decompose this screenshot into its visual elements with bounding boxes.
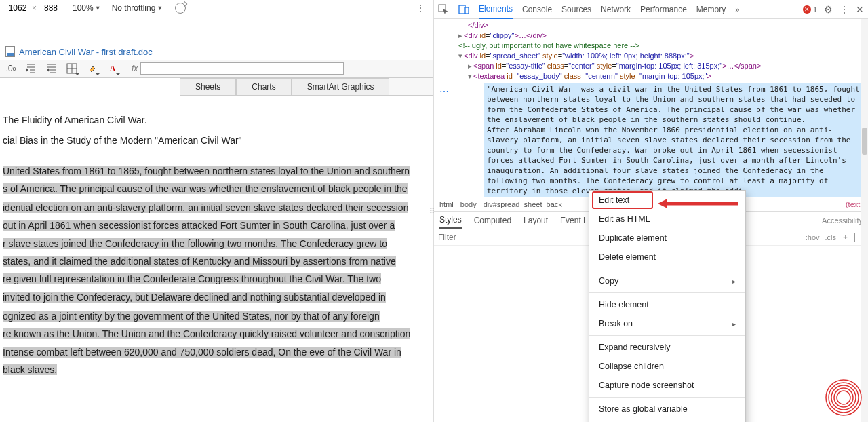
zoom-dropdown[interactable]: 100% ▼	[68, 3, 105, 13]
doc-heading-2: cial Bias in the Study of the Modern "Am…	[3, 134, 431, 147]
more-tabs-icon[interactable]: »	[735, 5, 739, 14]
new-style-icon[interactable]: ＋	[842, 232, 849, 242]
chevron-right-icon: ▸	[732, 277, 736, 285]
decimal-decrease-icon[interactable]: .00	[4, 62, 18, 75]
document-filename: American Civil War - first draft.doc	[19, 47, 153, 57]
elements-tree[interactable]: ⋯ </div> ▸<div id="clippy">…</div> <!-- …	[434, 19, 868, 197]
crumb-body[interactable]: body	[459, 200, 478, 208]
throttle-value: No throttling	[112, 3, 156, 13]
ctx-expand[interactable]: Expand recursively	[589, 338, 745, 357]
gear-icon[interactable]: ⚙	[824, 4, 833, 15]
annotation-arrow-icon	[658, 197, 739, 213]
dom-node[interactable]: </div>	[468, 21, 488, 29]
selected-text: states, and it claimed the additional st…	[3, 256, 396, 267]
selected-text: out in April 1861 when secessionist forc…	[3, 220, 395, 231]
document-viewport: American Civil War - first draft.doc .00…	[0, 16, 433, 422]
document-body[interactable]: The Fluidity of American Civil War. cial…	[0, 96, 433, 383]
tab-styles[interactable]: Styles	[439, 212, 462, 229]
hov-toggle[interactable]: :hov	[806, 233, 820, 242]
ctx-capture[interactable]: Capture node screenshot	[589, 376, 745, 395]
pane-resize-handle[interactable]: ⠿	[429, 207, 433, 216]
tab-elements[interactable]: Elements	[479, 0, 513, 19]
scrollbar[interactable]	[861, 19, 868, 422]
svg-point-12	[837, 391, 850, 404]
kebab-icon[interactable]: ⋮	[410, 3, 431, 14]
selected-text: re given full representation in the Conf…	[3, 273, 381, 284]
dom-comment[interactable]: <!-- ugly, but important to not have whi…	[458, 41, 639, 50]
tab-layout[interactable]: Layout	[524, 213, 548, 228]
formula-input[interactable]	[140, 62, 344, 75]
ctx-copy[interactable]: Copy▸	[589, 271, 745, 290]
zoom-value: 100%	[73, 3, 94, 13]
device-toolbar: × 100% ▼ No throttling ▼ ⋮	[0, 0, 433, 16]
close-icon[interactable]: ✕	[856, 4, 864, 15]
insert-tabs: Sheets Charts SmartArt Graphics	[180, 78, 433, 96]
outdent-icon[interactable]	[24, 62, 38, 75]
ctx-duplicate[interactable]: Duplicate element	[589, 229, 745, 248]
viewport-pane: × 100% ▼ No throttling ▼ ⋮ American Civi…	[0, 0, 434, 422]
line-marker-icon: ⋯	[439, 87, 450, 97]
context-menu: Edit text Edit as HTML Duplicate element…	[589, 190, 746, 422]
styles-filter-input[interactable]	[438, 233, 574, 242]
tab-charts[interactable]: Charts	[236, 78, 291, 95]
ctx-hide[interactable]: Hide element	[589, 295, 745, 314]
doc-heading-1: The Fluidity of American Civil War.	[3, 113, 431, 127]
selected-text: re known as the Union. The Union and the…	[3, 328, 410, 339]
rotate-icon[interactable]	[175, 3, 186, 14]
textarea-content[interactable]: "American Civil War was a civil war in t…	[484, 83, 864, 197]
ctx-collapse[interactable]: Collapse children	[589, 357, 745, 376]
tab-smartart[interactable]: SmartArt Graphics	[292, 78, 390, 95]
tab-performance[interactable]: Performance	[640, 1, 687, 18]
device-toggle-icon[interactable]	[458, 4, 469, 15]
format-toolbar: .00 A fx	[0, 60, 433, 78]
scrollbar-thumb[interactable]	[862, 128, 867, 155]
brand-logo-icon	[825, 379, 863, 417]
selected-text: idential election on an anti-slavery pla…	[3, 202, 408, 213]
throttle-dropdown[interactable]: No throttling ▼	[108, 3, 167, 13]
kebab-icon[interactable]: ⋮	[840, 4, 849, 15]
devtools-tabs: Elements Console Sources Network Perform…	[434, 0, 868, 19]
selected-text: black slaves.	[3, 364, 57, 375]
selected-text: s of America. The principal cause of the…	[3, 183, 408, 194]
fx-label: fx	[132, 64, 138, 73]
tab-console[interactable]: Console	[522, 1, 552, 18]
tab-event[interactable]: Event L	[560, 213, 588, 228]
crumb-div[interactable]: div#spread_sheet_back	[482, 200, 564, 208]
inspect-icon[interactable]	[438, 4, 449, 15]
tab-memory[interactable]: Memory	[696, 1, 726, 18]
tab-computed[interactable]: Computed	[474, 213, 511, 228]
document-icon	[5, 46, 15, 57]
tab-sources[interactable]: Sources	[561, 1, 591, 18]
font-color-icon[interactable]: A	[106, 62, 119, 75]
ctx-store[interactable]: Store as global variable	[589, 400, 745, 419]
svg-point-9	[829, 383, 859, 413]
width-input[interactable]	[5, 3, 30, 13]
dim-separator: ×	[32, 3, 37, 13]
selected-text: invited to join the Confederacy, but Del…	[3, 292, 386, 303]
cls-toggle[interactable]: .cls	[825, 233, 837, 242]
selected-text: Intense combat left between 620,000 and …	[3, 347, 401, 358]
chevron-down-icon: ▼	[157, 5, 163, 12]
svg-point-10	[831, 385, 856, 410]
selected-text: United States from 1861 to 1865, fought …	[3, 166, 410, 176]
height-input[interactable]	[39, 3, 63, 13]
fill-color-icon[interactable]	[85, 62, 99, 75]
crumb-html[interactable]: html	[438, 200, 455, 208]
ctx-delete[interactable]: Delete element	[589, 248, 745, 267]
borders-icon[interactable]	[65, 62, 79, 75]
indent-icon[interactable]	[45, 62, 58, 75]
ctx-break-on[interactable]: Break on▸	[589, 314, 745, 333]
selected-text: r slave states joined the Confederacy in…	[3, 238, 387, 249]
error-badge[interactable]: ✕1	[803, 5, 817, 14]
svg-marker-7	[658, 199, 667, 208]
selected-text: ognized as a joint entity by the governm…	[3, 311, 380, 322]
chevron-right-icon: ▸	[732, 320, 736, 328]
tab-network[interactable]: Network	[601, 1, 631, 18]
tab-accessibility[interactable]: Accessibility	[822, 216, 863, 225]
chevron-down-icon: ▼	[95, 5, 101, 12]
tab-sheets[interactable]: Sheets	[180, 78, 236, 95]
